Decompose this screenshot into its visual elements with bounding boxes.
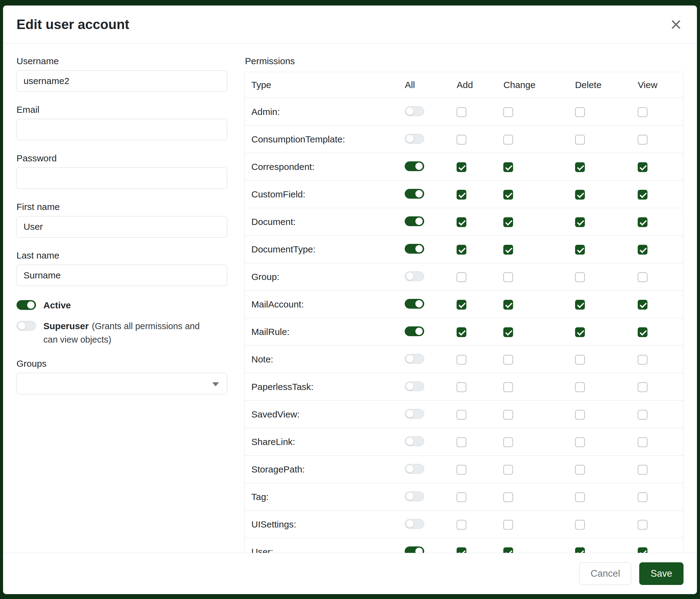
permission-delete-checkbox[interactable] — [575, 410, 585, 420]
permission-add-checkbox[interactable] — [457, 272, 466, 282]
permission-delete-checkbox[interactable] — [575, 465, 585, 475]
close-icon[interactable]: × — [669, 15, 683, 34]
permission-add-checkbox[interactable] — [457, 465, 466, 475]
permission-delete-checkbox[interactable] — [575, 107, 585, 117]
permission-all-toggle[interactable] — [405, 327, 424, 336]
last-name-field[interactable] — [17, 265, 227, 286]
permission-change-checkbox[interactable] — [503, 300, 513, 310]
permission-row: ShareLink: — [245, 428, 683, 456]
permission-add-checkbox[interactable] — [457, 492, 466, 502]
cancel-button[interactable]: Cancel — [579, 562, 632, 585]
permission-view-checkbox[interactable] — [638, 410, 648, 420]
permission-view-checkbox[interactable] — [638, 327, 648, 337]
first-name-field[interactable] — [17, 216, 227, 237]
permission-change-checkbox[interactable] — [503, 547, 513, 553]
permission-add-checkbox[interactable] — [457, 355, 466, 365]
permission-view-checkbox[interactable] — [638, 300, 648, 310]
permission-change-checkbox[interactable] — [503, 107, 513, 117]
permission-view-checkbox[interactable] — [638, 162, 648, 172]
permission-change-checkbox[interactable] — [503, 437, 513, 447]
permission-delete-checkbox[interactable] — [575, 162, 585, 172]
permission-change-checkbox[interactable] — [503, 162, 513, 172]
superuser-toggle[interactable] — [17, 321, 36, 331]
permission-delete-checkbox[interactable] — [575, 190, 585, 199]
permission-view-checkbox[interactable] — [638, 190, 648, 199]
permission-row: MailAccount: — [245, 291, 683, 318]
permission-delete-checkbox[interactable] — [575, 437, 585, 447]
permission-all-toggle[interactable] — [405, 299, 424, 309]
permission-add-checkbox[interactable] — [457, 245, 466, 255]
permission-add-checkbox[interactable] — [457, 410, 466, 420]
permission-delete-checkbox[interactable] — [575, 547, 585, 553]
permission-all-toggle[interactable] — [405, 271, 424, 281]
save-button[interactable]: Save — [639, 562, 683, 585]
email-field[interactable] — [17, 119, 227, 140]
permission-view-checkbox[interactable] — [638, 547, 648, 553]
password-field[interactable] — [17, 167, 227, 189]
permission-delete-checkbox[interactable] — [575, 300, 585, 310]
permission-change-checkbox[interactable] — [503, 410, 513, 420]
groups-select[interactable] — [17, 373, 227, 394]
permission-add-checkbox[interactable] — [457, 547, 466, 553]
permission-view-checkbox[interactable] — [638, 520, 648, 530]
permission-add-checkbox[interactable] — [457, 327, 466, 337]
permission-add-checkbox[interactable] — [457, 217, 466, 227]
permission-view-checkbox[interactable] — [638, 355, 648, 365]
permission-all-toggle[interactable] — [405, 492, 424, 501]
username-input[interactable] — [17, 70, 227, 92]
permission-all-toggle[interactable] — [405, 409, 424, 419]
permission-change-checkbox[interactable] — [503, 327, 513, 337]
permission-delete-checkbox[interactable] — [575, 327, 585, 337]
permission-add-checkbox[interactable] — [457, 300, 466, 310]
permission-add-checkbox[interactable] — [457, 135, 466, 145]
permission-change-checkbox[interactable] — [503, 355, 513, 365]
permission-change-checkbox[interactable] — [503, 520, 513, 530]
permission-all-toggle[interactable] — [405, 546, 424, 553]
permission-view-checkbox[interactable] — [638, 135, 648, 145]
permission-all-toggle[interactable] — [405, 106, 424, 116]
permission-delete-checkbox[interactable] — [575, 382, 585, 392]
permission-delete-checkbox[interactable] — [575, 135, 585, 145]
permission-all-toggle[interactable] — [405, 134, 424, 144]
permission-delete-checkbox[interactable] — [575, 520, 585, 530]
permission-change-checkbox[interactable] — [503, 382, 513, 392]
permission-change-checkbox[interactable] — [503, 135, 513, 145]
permission-change-checkbox[interactable] — [503, 492, 513, 502]
permission-view-checkbox[interactable] — [638, 245, 648, 255]
permission-delete-checkbox[interactable] — [575, 355, 585, 365]
permissions-table: Type All Add Change Delete View Admin:Co… — [244, 72, 683, 553]
permission-all-toggle[interactable] — [405, 519, 424, 529]
permission-view-checkbox[interactable] — [638, 272, 648, 282]
permission-all-toggle[interactable] — [405, 436, 424, 446]
permission-all-toggle[interactable] — [405, 464, 424, 474]
permission-add-checkbox[interactable] — [457, 520, 466, 530]
permission-change-checkbox[interactable] — [503, 272, 513, 282]
permission-add-checkbox[interactable] — [457, 437, 466, 447]
permission-add-checkbox[interactable] — [457, 107, 466, 117]
permission-view-checkbox[interactable] — [638, 107, 648, 117]
permission-delete-checkbox[interactable] — [575, 245, 585, 255]
permission-view-checkbox[interactable] — [638, 437, 648, 447]
permission-add-checkbox[interactable] — [457, 190, 466, 199]
password-label: Password — [17, 153, 227, 164]
permission-all-toggle[interactable] — [405, 354, 424, 364]
permission-all-toggle[interactable] — [405, 381, 424, 391]
permission-delete-checkbox[interactable] — [575, 217, 585, 227]
permission-view-checkbox[interactable] — [638, 492, 648, 502]
permission-change-checkbox[interactable] — [503, 190, 513, 199]
permission-view-checkbox[interactable] — [638, 465, 648, 475]
active-toggle[interactable] — [17, 300, 36, 310]
permission-all-toggle[interactable] — [405, 161, 424, 171]
permission-all-toggle[interactable] — [405, 216, 424, 226]
permission-view-checkbox[interactable] — [638, 217, 648, 227]
permission-all-toggle[interactable] — [405, 189, 424, 199]
permission-view-checkbox[interactable] — [638, 382, 648, 392]
permission-change-checkbox[interactable] — [503, 465, 513, 475]
permission-delete-checkbox[interactable] — [575, 272, 585, 282]
permission-change-checkbox[interactable] — [503, 245, 513, 255]
permission-all-toggle[interactable] — [405, 244, 424, 254]
permission-change-checkbox[interactable] — [503, 217, 513, 227]
permission-add-checkbox[interactable] — [457, 162, 466, 172]
permission-add-checkbox[interactable] — [457, 382, 466, 392]
permission-delete-checkbox[interactable] — [575, 492, 585, 502]
